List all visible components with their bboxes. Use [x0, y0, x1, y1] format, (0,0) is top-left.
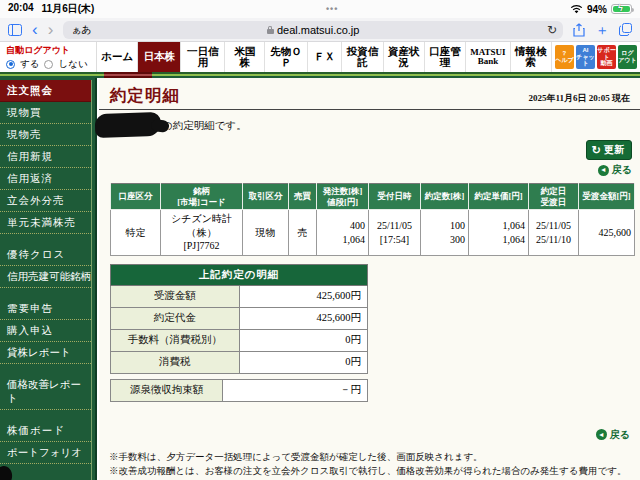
sidebar-item-order-inquiry[interactable]: 注文照会: [0, 80, 91, 102]
screen: 20:04 11月6日(木) ••• 94% ϟ ‹ › ぁあ: [0, 0, 640, 480]
execution-table-header-row: 口座区分 銘柄 [市場]コード 取引区分 売買 発注数[株] 値段[円] 受付日…: [111, 184, 635, 210]
wifi-icon: [570, 4, 583, 14]
tab-home[interactable]: ホーム: [97, 42, 138, 72]
help-icon[interactable]: ？ ヘルプ: [555, 45, 574, 69]
url-text: deal.matsui.co.jp: [71, 24, 555, 36]
auto-logout-off-label: しない: [58, 58, 87, 71]
clock: 20:04: [8, 2, 34, 16]
logout-icon[interactable]: ログ アウト: [618, 45, 637, 69]
sidebar-item-cash-buy[interactable]: 現物買: [0, 102, 91, 124]
auto-logout-on-label: する: [20, 58, 39, 71]
refresh-circle-icon: ↻: [592, 144, 601, 157]
detail-value-tax: 0円: [239, 351, 368, 373]
col-symbol: 銘柄 [市場]コード: [161, 184, 243, 210]
sidebar-toggle-icon[interactable]: [8, 24, 22, 36]
subtitle-text: の約定明細です。: [162, 120, 247, 131]
sidebar-item-short-available[interactable]: 信用売建可能銘柄: [0, 266, 91, 288]
sidebar-item-price-improvement-report[interactable]: 価格改善レポート: [0, 374, 91, 410]
sidebar-item-odd-lot-sell[interactable]: 単元未満株売: [0, 212, 91, 234]
tab-account-management[interactable]: 口座管理: [425, 42, 466, 72]
execution-table-row: 特定 シチズン時計（株） [PJ]7762 現物 売 400 1,064 25/…: [111, 210, 635, 256]
redacted-account-name: [95, 112, 162, 138]
tab-japan-stocks[interactable]: 日本株: [138, 42, 181, 72]
auto-logout-off-radio[interactable]: [44, 60, 53, 69]
sidebar-item-purchase-application[interactable]: 購入申込: [0, 320, 91, 342]
matsui-nav: 自動ログアウト する しない ホーム 日本株 一日信用 米国株 先物ＯＰ ＦＸ …: [0, 42, 640, 72]
footnote-improvement-fee: ※改善成功報酬とは、お客様の注文を立会外クロス取引で執行し、価格改善効果が得られ…: [109, 464, 632, 478]
sidebar-item-margin-repay[interactable]: 信用返済: [0, 168, 91, 190]
withholding-table: 源泉徴収拘束額 －円: [110, 379, 368, 402]
battery-percent: 94%: [587, 4, 607, 15]
sidebar-item-margin-new[interactable]: 信用新規: [0, 146, 91, 168]
status-right: 94% ϟ: [570, 4, 632, 15]
sidebar-item-yutai-cross[interactable]: 優待クロス: [0, 244, 91, 266]
sidebar-item-cash-sell[interactable]: 現物売: [0, 124, 91, 146]
col-order-qty-price: 発注数[株] 値段[円]: [317, 184, 369, 210]
col-trade-type: 取引区分: [243, 184, 289, 210]
back-link-bottom[interactable]: ◂ 戻る: [596, 428, 630, 442]
nav-icon-buttons: ？ ヘルプ AI チャット サポート 動画 ログ アウト: [552, 42, 640, 72]
detail-label-commission: 手数料（消費税別）: [111, 329, 240, 351]
detail-label-exec-amount: 約定代金: [111, 307, 240, 329]
tabs-icon[interactable]: [619, 23, 632, 36]
cell-order-qty-price: 400 1,064: [317, 210, 369, 256]
tab-asset-status[interactable]: 資産状況: [384, 42, 425, 72]
update-row: ↻ 更新 ◂ 戻る: [99, 140, 640, 177]
execution-table: 口座区分 銘柄 [市場]コード 取引区分 売買 発注数[株] 値段[円] 受付日…: [110, 183, 635, 256]
forward-icon[interactable]: ›: [48, 21, 54, 38]
date: 11月6日(木): [42, 2, 95, 16]
sidebar-item-off-auction[interactable]: 立会外分売: [0, 190, 91, 212]
col-exec-settle-date: 約定日 受渡日: [529, 184, 579, 210]
back-arrow-icon: ◂: [598, 165, 609, 176]
sidebar: 注文照会 現物買 現物売 信用新規 信用返済 立会外分売 単元未満株売 優待クロ…: [0, 78, 97, 480]
tab-matsui-bank[interactable]: MATSUI Bank: [466, 42, 510, 72]
cell-symbol: シチズン時計（株） [PJ]7762: [161, 210, 243, 256]
tab-investment-trust[interactable]: 投資信託: [342, 42, 383, 72]
col-side: 売買: [289, 184, 317, 210]
tab-info-search[interactable]: 情報検索: [511, 42, 552, 72]
new-tab-icon[interactable]: ＋: [595, 23, 609, 37]
detail-value-commission: 0円: [239, 329, 368, 351]
page-header: 約定明細 2025年11月6日 20:05 現在: [99, 78, 640, 110]
auto-logout-on-radio[interactable]: [6, 60, 15, 69]
browser-toolbar: ‹ › ぁあ deal.matsui.co.jp ↻ ＋: [0, 18, 640, 42]
ai-chat-icon[interactable]: AI チャット: [576, 45, 595, 69]
footnote-commission: ※手数料は、夕方データ一括処理によって受渡金額が確定した後、画面反映されます。: [109, 450, 632, 464]
detail-value-exec-amount: 425,600円: [239, 307, 368, 329]
bottom-back-row: ◂ 戻る: [99, 428, 640, 442]
support-video-icon[interactable]: サポート 動画: [597, 45, 616, 69]
sidebar-item-netstock-highspeed[interactable]: ネットストック・ハイスピード: [0, 474, 91, 480]
sidebar-item-stock-board[interactable]: 株価ボード: [0, 420, 91, 442]
detail-table-title: 上記約定の明細: [111, 264, 368, 285]
auto-logout-control: 自動ログアウト する しない: [0, 42, 97, 72]
ellipsis-icon[interactable]: •••: [326, 4, 338, 14]
cell-executed-qty: 100 300: [421, 210, 469, 256]
subtitle-row: の約定明細です。: [99, 110, 640, 140]
cell-settlement-amount: 425,600: [579, 210, 635, 256]
cell-trade-type: 現物: [243, 210, 289, 256]
col-settlement-amount: 受渡金額[円]: [579, 184, 635, 210]
page-title: 約定明細: [110, 85, 180, 107]
sidebar-item-stock-lending-report[interactable]: 貸株レポート: [0, 342, 91, 364]
update-button[interactable]: ↻ 更新: [586, 140, 632, 160]
share-icon[interactable]: [573, 23, 585, 37]
detail-value-withholding: －円: [223, 379, 368, 401]
sidebar-item-portfolio[interactable]: ポートフォリオ: [0, 442, 91, 464]
url-bar[interactable]: ぁあ deal.matsui.co.jp ↻: [63, 21, 563, 39]
sidebar-item-demand-declaration[interactable]: 需要申告: [0, 298, 91, 320]
execution-detail-table: 上記約定の明細 受渡金額 425,600円 約定代金 425,600円 手数料（…: [110, 264, 368, 374]
cell-executed-price: 1,064 1,064: [469, 210, 529, 256]
refresh-icon[interactable]: ↻: [547, 23, 557, 37]
tab-one-day-margin[interactable]: 一日信用: [181, 42, 225, 72]
back-link-top[interactable]: ◂ 戻る: [598, 163, 632, 177]
detail-row: 消費税 0円: [111, 351, 368, 373]
tab-fx[interactable]: ＦＸ: [308, 42, 342, 72]
col-account-type: 口座区分: [111, 184, 161, 210]
back-icon[interactable]: ‹: [32, 21, 38, 38]
detail-row: 源泉徴収拘束額 －円: [111, 379, 368, 401]
cell-account-type: 特定: [111, 210, 161, 256]
status-left: 20:04 11月6日(木): [8, 2, 94, 16]
reader-mode-button[interactable]: ぁあ: [71, 23, 91, 37]
tab-futures-op[interactable]: 先物ＯＰ: [265, 42, 308, 72]
tab-us-stocks[interactable]: 米国株: [225, 42, 265, 72]
